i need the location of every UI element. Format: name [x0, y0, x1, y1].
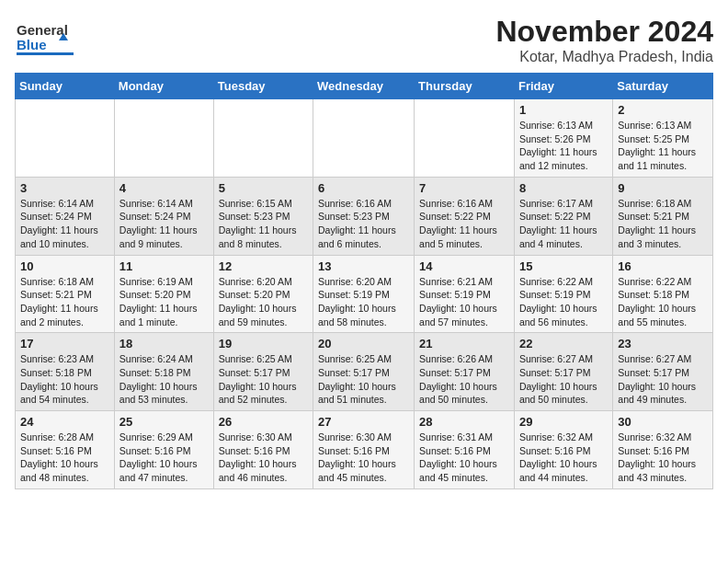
day-info: Sunrise: 6:19 AM Sunset: 5:20 PM Dayligh… — [119, 275, 209, 329]
day-info: Sunrise: 6:25 AM Sunset: 5:17 PM Dayligh… — [318, 352, 409, 407]
day-number: 25 — [119, 415, 209, 429]
calendar-cell — [415, 99, 515, 178]
day-number: 23 — [618, 337, 708, 350]
day-number: 14 — [419, 259, 509, 273]
calendar-cell: 22Sunrise: 6:27 AM Sunset: 5:17 PM Dayli… — [514, 333, 612, 411]
day-number: 20 — [318, 337, 409, 350]
day-info: Sunrise: 6:21 AM Sunset: 5:19 PM Dayligh… — [419, 275, 509, 329]
calendar-cell: 3Sunrise: 6:14 AM Sunset: 5:24 PM Daylig… — [16, 177, 115, 255]
calendar-body: 1Sunrise: 6:13 AM Sunset: 5:26 PM Daylig… — [16, 99, 713, 489]
day-info: Sunrise: 6:14 AM Sunset: 5:24 PM Dayligh… — [119, 197, 209, 251]
calendar-week-3: 10Sunrise: 6:18 AM Sunset: 5:21 PM Dayli… — [16, 255, 713, 333]
calendar-cell: 17Sunrise: 6:23 AM Sunset: 5:18 PM Dayli… — [16, 333, 115, 411]
calendar-cell: 25Sunrise: 6:29 AM Sunset: 5:16 PM Dayli… — [114, 411, 213, 489]
column-header-thursday: Thursday — [415, 74, 515, 99]
day-info: Sunrise: 6:32 AM Sunset: 5:16 PM Dayligh… — [618, 431, 708, 485]
day-number: 30 — [618, 415, 708, 429]
calendar-cell: 11Sunrise: 6:19 AM Sunset: 5:20 PM Dayli… — [114, 255, 213, 333]
calendar-week-2: 3Sunrise: 6:14 AM Sunset: 5:24 PM Daylig… — [16, 177, 713, 255]
calendar-cell: 18Sunrise: 6:24 AM Sunset: 5:18 PM Dayli… — [114, 333, 213, 411]
day-number: 27 — [318, 415, 409, 429]
day-number: 21 — [419, 337, 509, 350]
day-number: 9 — [618, 181, 708, 195]
calendar-cell: 26Sunrise: 6:30 AM Sunset: 5:16 PM Dayli… — [213, 411, 313, 489]
day-info: Sunrise: 6:22 AM Sunset: 5:18 PM Dayligh… — [618, 275, 708, 329]
day-number: 10 — [20, 259, 109, 273]
header-row: SundayMondayTuesdayWednesdayThursdayFrid… — [16, 74, 713, 99]
day-number: 8 — [519, 181, 608, 195]
day-info: Sunrise: 6:13 AM Sunset: 5:26 PM Dayligh… — [519, 119, 608, 173]
page-title: November 2024 — [495, 15, 713, 49]
day-info: Sunrise: 6:20 AM Sunset: 5:20 PM Dayligh… — [219, 275, 308, 329]
day-number: 19 — [219, 337, 308, 350]
calendar-cell — [313, 99, 415, 178]
calendar-cell: 13Sunrise: 6:20 AM Sunset: 5:19 PM Dayli… — [313, 255, 415, 333]
calendar-cell: 5Sunrise: 6:15 AM Sunset: 5:23 PM Daylig… — [213, 177, 313, 255]
day-number: 15 — [519, 259, 608, 273]
day-info: Sunrise: 6:18 AM Sunset: 5:21 PM Dayligh… — [618, 197, 708, 251]
calendar-cell: 20Sunrise: 6:25 AM Sunset: 5:17 PM Dayli… — [313, 333, 415, 411]
calendar-cell: 21Sunrise: 6:26 AM Sunset: 5:17 PM Dayli… — [415, 333, 515, 411]
day-info: Sunrise: 6:24 AM Sunset: 5:18 PM Dayligh… — [119, 352, 209, 407]
day-number: 12 — [219, 259, 308, 273]
day-info: Sunrise: 6:14 AM Sunset: 5:24 PM Dayligh… — [20, 197, 109, 251]
day-info: Sunrise: 6:32 AM Sunset: 5:16 PM Dayligh… — [519, 431, 608, 485]
day-number: 6 — [318, 181, 409, 195]
calendar-cell: 10Sunrise: 6:18 AM Sunset: 5:21 PM Dayli… — [16, 255, 115, 333]
day-number: 16 — [618, 259, 708, 273]
logo-icon: General Blue — [15, 15, 81, 63]
day-info: Sunrise: 6:30 AM Sunset: 5:16 PM Dayligh… — [219, 431, 308, 485]
calendar-table: SundayMondayTuesdayWednesdayThursdayFrid… — [15, 73, 713, 489]
calendar-cell: 12Sunrise: 6:20 AM Sunset: 5:20 PM Dayli… — [213, 255, 313, 333]
calendar-cell: 27Sunrise: 6:30 AM Sunset: 5:16 PM Dayli… — [313, 411, 415, 489]
column-header-wednesday: Wednesday — [313, 74, 415, 99]
day-info: Sunrise: 6:30 AM Sunset: 5:16 PM Dayligh… — [318, 431, 409, 485]
day-info: Sunrise: 6:31 AM Sunset: 5:16 PM Dayligh… — [419, 431, 509, 485]
calendar-cell: 15Sunrise: 6:22 AM Sunset: 5:19 PM Dayli… — [514, 255, 612, 333]
calendar-week-4: 17Sunrise: 6:23 AM Sunset: 5:18 PM Dayli… — [16, 333, 713, 411]
svg-text:General: General — [17, 22, 68, 38]
day-info: Sunrise: 6:20 AM Sunset: 5:19 PM Dayligh… — [318, 275, 409, 329]
day-info: Sunrise: 6:22 AM Sunset: 5:19 PM Dayligh… — [519, 275, 608, 329]
day-number: 22 — [519, 337, 608, 350]
calendar-cell: 6Sunrise: 6:16 AM Sunset: 5:23 PM Daylig… — [313, 177, 415, 255]
calendar-header: SundayMondayTuesdayWednesdayThursdayFrid… — [16, 74, 713, 99]
page-header: General Blue November 2024 Kotar, Madhya… — [15, 15, 713, 65]
day-number: 26 — [219, 415, 308, 429]
day-number: 7 — [419, 181, 509, 195]
day-info: Sunrise: 6:18 AM Sunset: 5:21 PM Dayligh… — [20, 275, 109, 329]
day-number: 3 — [20, 181, 109, 195]
title-block: November 2024 Kotar, Madhya Pradesh, Ind… — [495, 15, 713, 65]
calendar-cell: 9Sunrise: 6:18 AM Sunset: 5:21 PM Daylig… — [613, 177, 713, 255]
column-header-tuesday: Tuesday — [213, 74, 313, 99]
svg-text:Blue: Blue — [17, 37, 47, 52]
day-info: Sunrise: 6:27 AM Sunset: 5:17 PM Dayligh… — [618, 352, 708, 407]
day-number: 17 — [20, 337, 109, 350]
calendar-cell: 8Sunrise: 6:17 AM Sunset: 5:22 PM Daylig… — [514, 177, 612, 255]
calendar-cell — [16, 99, 115, 178]
calendar-cell: 16Sunrise: 6:22 AM Sunset: 5:18 PM Dayli… — [613, 255, 713, 333]
day-info: Sunrise: 6:25 AM Sunset: 5:17 PM Dayligh… — [219, 352, 308, 407]
calendar-cell: 14Sunrise: 6:21 AM Sunset: 5:19 PM Dayli… — [415, 255, 515, 333]
day-number: 29 — [519, 415, 608, 429]
calendar-cell: 19Sunrise: 6:25 AM Sunset: 5:17 PM Dayli… — [213, 333, 313, 411]
page-subtitle: Kotar, Madhya Pradesh, India — [495, 49, 713, 65]
column-header-friday: Friday — [514, 74, 612, 99]
day-info: Sunrise: 6:28 AM Sunset: 5:16 PM Dayligh… — [20, 431, 109, 485]
calendar-cell: 29Sunrise: 6:32 AM Sunset: 5:16 PM Dayli… — [514, 411, 612, 489]
day-info: Sunrise: 6:29 AM Sunset: 5:16 PM Dayligh… — [119, 431, 209, 485]
day-info: Sunrise: 6:26 AM Sunset: 5:17 PM Dayligh… — [419, 352, 509, 407]
calendar-cell: 4Sunrise: 6:14 AM Sunset: 5:24 PM Daylig… — [114, 177, 213, 255]
calendar-cell: 23Sunrise: 6:27 AM Sunset: 5:17 PM Dayli… — [613, 333, 713, 411]
calendar-week-1: 1Sunrise: 6:13 AM Sunset: 5:26 PM Daylig… — [16, 99, 713, 178]
calendar-cell: 30Sunrise: 6:32 AM Sunset: 5:16 PM Dayli… — [613, 411, 713, 489]
day-number: 11 — [119, 259, 209, 273]
day-info: Sunrise: 6:23 AM Sunset: 5:18 PM Dayligh… — [20, 352, 109, 407]
day-number: 4 — [119, 181, 209, 195]
day-number: 18 — [119, 337, 209, 350]
calendar-cell: 24Sunrise: 6:28 AM Sunset: 5:16 PM Dayli… — [16, 411, 115, 489]
column-header-saturday: Saturday — [613, 74, 713, 99]
day-info: Sunrise: 6:16 AM Sunset: 5:23 PM Dayligh… — [318, 197, 409, 251]
day-info: Sunrise: 6:13 AM Sunset: 5:25 PM Dayligh… — [618, 119, 708, 173]
svg-rect-3 — [17, 52, 74, 55]
